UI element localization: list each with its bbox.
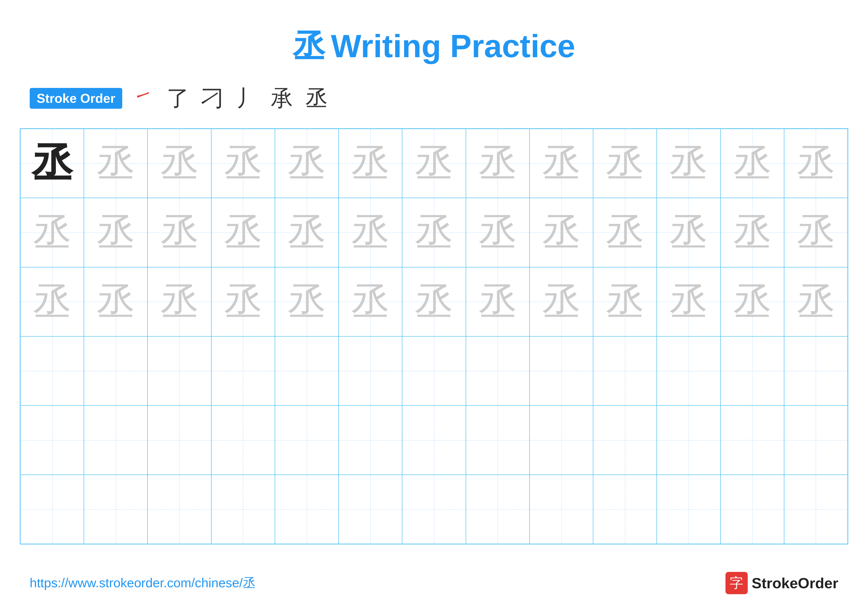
stroke-4: 丿 xyxy=(236,83,258,113)
grid-cell-r5c1[interactable] xyxy=(20,406,84,474)
grid-cell-r6c3[interactable] xyxy=(147,475,211,544)
grid-cell-r6c13[interactable] xyxy=(784,475,848,544)
grid-cell-r6c7[interactable] xyxy=(402,475,466,544)
grid-cell-r3c3[interactable]: 丞 xyxy=(147,267,211,336)
grid-cell-r5c10[interactable] xyxy=(593,406,657,474)
grid-cell-r2c8[interactable]: 丞 xyxy=(466,198,530,267)
grid-char-light: 丞 xyxy=(288,213,326,252)
footer: https://www.strokeorder.com/chinese/丞 字 … xyxy=(0,572,868,594)
grid-cell-r2c4[interactable]: 丞 xyxy=(211,198,275,267)
grid-cell-r1c3[interactable]: 丞 xyxy=(147,129,211,198)
grid-cell-r5c8[interactable] xyxy=(466,406,530,474)
grid-cell-r3c13[interactable]: 丞 xyxy=(784,267,848,336)
grid-char-light: 丞 xyxy=(33,213,71,252)
grid-cell-r2c7[interactable]: 丞 xyxy=(402,198,466,267)
grid-cell-r1c2[interactable]: 丞 xyxy=(84,129,147,198)
logo-text: StrokeOrder xyxy=(752,575,838,592)
grid-cell-r1c11[interactable]: 丞 xyxy=(657,129,720,198)
grid-cell-r4c8[interactable] xyxy=(466,336,530,406)
grid-cell-r4c7[interactable] xyxy=(402,336,466,406)
grid-cell-r6c6[interactable] xyxy=(338,475,402,544)
grid-cell-r3c9[interactable]: 丞 xyxy=(530,267,593,336)
grid-char-light: 丞 xyxy=(160,144,199,183)
logo-icon: 字 xyxy=(725,572,748,594)
grid-cell-r3c6[interactable]: 丞 xyxy=(338,267,402,336)
grid-cell-r5c13[interactable] xyxy=(784,406,848,474)
grid-cell-r1c1[interactable]: 丞 xyxy=(20,129,84,198)
grid-char-light: 丞 xyxy=(96,144,135,183)
grid-cell-r6c12[interactable] xyxy=(721,475,784,544)
grid-char-light: 丞 xyxy=(606,213,644,252)
grid-cell-r4c12[interactable] xyxy=(721,336,784,406)
grid-cell-r3c7[interactable]: 丞 xyxy=(402,267,466,336)
grid-cell-r4c9[interactable] xyxy=(530,336,593,406)
stroke-sequence: ㇀ 了 刁 丿 承 丞 xyxy=(132,83,328,113)
grid-char-light: 丞 xyxy=(288,144,326,183)
grid-cell-r2c5[interactable]: 丞 xyxy=(275,198,338,267)
grid-cell-r3c12[interactable]: 丞 xyxy=(721,267,784,336)
grid-cell-r5c5[interactable] xyxy=(275,406,338,474)
grid-cell-r3c5[interactable]: 丞 xyxy=(275,267,338,336)
grid-cell-r4c3[interactable] xyxy=(147,336,211,406)
grid-cell-r3c8[interactable]: 丞 xyxy=(466,267,530,336)
grid-cell-r2c12[interactable]: 丞 xyxy=(721,198,784,267)
grid-cell-r3c2[interactable]: 丞 xyxy=(84,267,147,336)
grid-char-light: 丞 xyxy=(415,213,453,252)
grid-cell-r2c6[interactable]: 丞 xyxy=(338,198,402,267)
grid-cell-r4c2[interactable] xyxy=(84,336,147,406)
grid-char-light: 丞 xyxy=(33,283,71,321)
grid-cell-r4c1[interactable] xyxy=(20,336,84,406)
grid-cell-r4c5[interactable] xyxy=(275,336,338,406)
grid-cell-r4c11[interactable] xyxy=(657,336,720,406)
grid-cell-r2c1[interactable]: 丞 xyxy=(20,198,84,267)
grid-cell-r5c3[interactable] xyxy=(147,406,211,474)
grid-cell-r2c13[interactable]: 丞 xyxy=(784,198,848,267)
grid-cell-r2c2[interactable]: 丞 xyxy=(84,198,147,267)
grid-cell-r3c11[interactable]: 丞 xyxy=(657,267,720,336)
grid-cell-r3c4[interactable]: 丞 xyxy=(211,267,275,336)
grid-cell-r3c10[interactable]: 丞 xyxy=(593,267,657,336)
grid-cell-r6c11[interactable] xyxy=(657,475,720,544)
grid-cell-r5c6[interactable] xyxy=(338,406,402,474)
grid-cell-r2c10[interactable]: 丞 xyxy=(593,198,657,267)
stroke-1: ㇀ xyxy=(132,83,154,113)
grid-cell-r2c3[interactable]: 丞 xyxy=(147,198,211,267)
grid-cell-r6c10[interactable] xyxy=(593,475,657,544)
grid-cell-r1c13[interactable]: 丞 xyxy=(784,129,848,198)
grid-cell-r3c1[interactable]: 丞 xyxy=(20,267,84,336)
grid-cell-r5c12[interactable] xyxy=(721,406,784,474)
grid-char-light: 丞 xyxy=(224,144,262,183)
stroke-order-section: Stroke Order ㇀ 了 刁 丿 承 丞 xyxy=(0,83,868,113)
grid-cell-r1c9[interactable]: 丞 xyxy=(530,129,593,198)
grid-cell-r5c11[interactable] xyxy=(657,406,720,474)
grid-char-light: 丞 xyxy=(415,283,453,321)
grid-cell-r5c9[interactable] xyxy=(530,406,593,474)
grid-cell-r1c5[interactable]: 丞 xyxy=(275,129,338,198)
grid-cell-r1c7[interactable]: 丞 xyxy=(402,129,466,198)
grid-cell-r2c9[interactable]: 丞 xyxy=(530,198,593,267)
grid-cell-r5c2[interactable] xyxy=(84,406,147,474)
grid-cell-r6c1[interactable] xyxy=(20,475,84,544)
grid-cell-r1c10[interactable]: 丞 xyxy=(593,129,657,198)
grid-cell-r4c10[interactable] xyxy=(593,336,657,406)
grid-cell-r6c8[interactable] xyxy=(466,475,530,544)
grid-cell-r1c12[interactable]: 丞 xyxy=(721,129,784,198)
grid-cell-r5c4[interactable] xyxy=(211,406,275,474)
title-character: 丞 xyxy=(293,28,325,64)
grid-char-light: 丞 xyxy=(479,213,517,252)
grid-cell-r6c9[interactable] xyxy=(530,475,593,544)
grid-cell-r6c4[interactable] xyxy=(211,475,275,544)
grid-cell-r4c6[interactable] xyxy=(338,336,402,406)
grid-cell-r1c4[interactable]: 丞 xyxy=(211,129,275,198)
grid-cell-r1c6[interactable]: 丞 xyxy=(338,129,402,198)
grid-char-light: 丞 xyxy=(542,283,580,321)
grid-cell-r2c11[interactable]: 丞 xyxy=(657,198,720,267)
grid-cell-r4c13[interactable] xyxy=(784,336,848,406)
footer-url[interactable]: https://www.strokeorder.com/chinese/丞 xyxy=(30,574,256,592)
grid-cell-r6c5[interactable] xyxy=(275,475,338,544)
grid-cell-r5c7[interactable] xyxy=(402,406,466,474)
footer-logo: 字 StrokeOrder xyxy=(725,572,838,594)
grid-cell-r4c4[interactable] xyxy=(211,336,275,406)
grid-cell-r1c8[interactable]: 丞 xyxy=(466,129,530,198)
grid-cell-r6c2[interactable] xyxy=(84,475,147,544)
